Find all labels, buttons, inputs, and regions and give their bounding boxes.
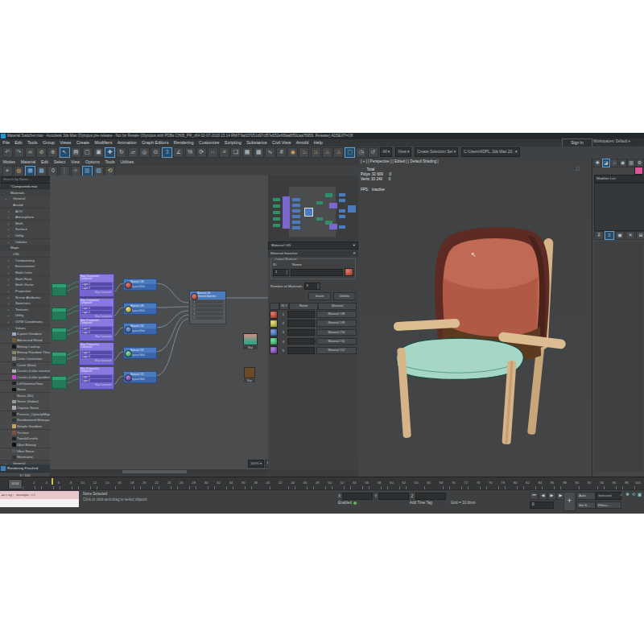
browser-tree-item[interactable]: + Projection xyxy=(0,288,50,294)
slate-toolbar-icon[interactable]: ▦ xyxy=(25,166,35,176)
browser-tree-item[interactable]: + General xyxy=(0,196,50,201)
bitmap-node[interactable] xyxy=(52,328,67,341)
menu-substance[interactable]: Substance xyxy=(244,139,270,147)
browser-tree-item[interactable]: Tri-tone xyxy=(0,430,50,436)
toolbar-icon[interactable]: ▱ xyxy=(128,147,138,158)
browser-tree-item[interactable]: + Scene Attributes xyxy=(0,295,50,300)
browser-tree-item[interactable]: - Materials xyxy=(0,190,50,196)
menu-customize[interactable]: Customize xyxy=(196,139,222,147)
viewcube[interactable]: ⌂ xyxy=(571,163,585,174)
toolbar-icon[interactable]: ▢ xyxy=(345,147,355,158)
browser-tree-item[interactable]: - OSL xyxy=(0,251,50,257)
browser-tree-item[interactable]: Process_OpacityMap xyxy=(0,411,50,417)
browser-tree-item[interactable]: Uber Noise xyxy=(0,448,50,454)
material-name-field[interactable] xyxy=(287,338,315,345)
slate-menu-material[interactable]: Material xyxy=(18,158,38,166)
stack-button[interactable]: ✕ xyxy=(625,231,635,240)
named-selection-sets-field[interactable]: Create Selection Set ▾ xyxy=(415,147,458,157)
slate-menu-select[interactable]: Select xyxy=(51,158,68,166)
menu-rendering[interactable]: Rendering xyxy=(171,139,196,147)
toolbar-icon[interactable]: ❏ xyxy=(230,147,241,158)
slate-menu-edit[interactable]: Edit xyxy=(39,158,52,166)
viewport-nav-icon[interactable]: ▣ xyxy=(637,492,642,497)
toolbar-icon[interactable]: ♨ xyxy=(333,147,344,158)
bitmap-node[interactable] xyxy=(52,308,67,320)
reference-coord-dropdown[interactable]: View ▾ xyxy=(395,147,411,157)
browser-tree-item[interactable]: + Math xyxy=(0,221,50,226)
toolbar-icon[interactable]: ◉ xyxy=(287,147,298,158)
project-path-dropdown[interactable]: C:\Users\ADPL..3ds Max 20.. ▾ xyxy=(461,147,519,157)
bitmap-node[interactable] xyxy=(52,283,67,296)
toolbar-icon[interactable]: ↷ xyxy=(14,147,24,158)
viewport-nav-icon[interactable]: ⟲ xyxy=(631,492,637,497)
node-view[interactable]: Map (Composite)Composite Layer 1 Layer 2… xyxy=(50,175,268,469)
object-color-swatch[interactable] xyxy=(634,167,643,175)
search-input[interactable]: Search by Name ... xyxy=(1,176,51,184)
material-name-field[interactable] xyxy=(287,320,315,327)
browser-tree-item[interactable]: + UVW Coordinates xyxy=(0,319,50,324)
switcher-input[interactable]: 1 xyxy=(192,300,223,303)
toolbar-icon[interactable]: ✚ xyxy=(105,147,115,158)
toolbar-icon[interactable]: ▤ xyxy=(71,147,81,158)
material-slot-button[interactable]: Material #51 xyxy=(316,338,357,345)
material-sphere-icon[interactable] xyxy=(270,311,278,319)
slate-toolbar-icon[interactable]: ▩ xyxy=(36,166,47,176)
slate-toolbar-icon[interactable]: ⊹ xyxy=(71,166,81,176)
browser-tree-item[interactable]: - Maps xyxy=(0,245,50,250)
browser-tree-item[interactable]: Lift/Gamma/Gain xyxy=(0,381,50,386)
slate-menu-options[interactable]: Options xyxy=(82,158,102,166)
name-column-header[interactable]: Name xyxy=(289,303,318,310)
browser-tree-item[interactable]: Tweak/Levels xyxy=(0,436,50,441)
toolbar-icon[interactable]: ↻ xyxy=(116,147,126,158)
material-name-field[interactable] xyxy=(287,329,315,336)
material-count-spinner[interactable]: 5 xyxy=(304,283,320,290)
toolbar-icon[interactable]: ▦ xyxy=(242,147,253,158)
material-sphere-icon[interactable] xyxy=(270,328,278,336)
bitmap-node[interactable] xyxy=(52,352,67,365)
browser-tree-item[interactable]: + Math Float xyxy=(0,276,50,282)
output-material-swatch[interactable] xyxy=(345,268,353,276)
current-frame-field[interactable]: 0 xyxy=(530,502,554,509)
toolbar-icon[interactable]: ≡ xyxy=(219,147,229,158)
floating-map-node[interactable]: Map xyxy=(244,367,255,382)
toolbar-icon[interactable]: ↖ xyxy=(60,147,70,158)
menu-scripting[interactable]: Scripting xyxy=(222,139,244,147)
stack-button[interactable]: ⊞ xyxy=(636,231,644,240)
prev-frame-button[interactable]: ◀ xyxy=(539,492,547,500)
toolbar-icon[interactable]: ♨ xyxy=(311,147,321,158)
toolbar-icon[interactable]: # xyxy=(276,147,287,158)
browser-tree-item[interactable]: + Environment xyxy=(0,263,50,269)
toolbar-icon[interactable]: ∠ xyxy=(173,147,184,158)
time-slider-handle[interactable]: 0/100 xyxy=(8,479,23,489)
maxscript-mini-listener[interactable]: Array: maxOps.cl xyxy=(0,491,79,507)
slate-menu-utilities[interactable]: Utilities xyxy=(118,158,137,166)
browser-tree-item[interactable]: - Arnold xyxy=(0,202,50,208)
physical-material-node[interactable]: Material #51 Physical Matl xyxy=(123,347,157,359)
command-panel-tab[interactable]: ⌂ xyxy=(610,159,618,167)
x-coordinate-field[interactable] xyxy=(342,493,373,500)
stack-button[interactable]: ▣ xyxy=(615,231,625,240)
menu-graph-editors[interactable]: Graph Editors xyxy=(139,139,171,147)
material-sphere-icon[interactable] xyxy=(270,337,278,345)
toolbar-icon[interactable]: ♨ xyxy=(322,147,332,158)
output-id-spinner[interactable]: 1 xyxy=(273,269,289,276)
slate-menu-modes[interactable]: Modes xyxy=(0,158,18,166)
menu-file[interactable]: File xyxy=(0,139,12,147)
key-filters-button[interactable]: Filters... xyxy=(596,502,621,510)
browser-tree-item[interactable]: + Utility xyxy=(0,312,50,318)
browser-tree-item[interactable]: Wireframe xyxy=(0,454,50,460)
bitmap-node[interactable] xyxy=(52,376,67,389)
slate-toolbar-icon[interactable]: ◍ xyxy=(14,166,24,176)
toolbar-icon[interactable]: ▣ xyxy=(93,147,104,158)
browser-tree-item[interactable]: Curve (float) xyxy=(0,362,50,368)
browser-tree-item[interactable]: Curves (color gradient) xyxy=(0,374,50,380)
browser-tree-item[interactable]: Bitmap Lookup xyxy=(0,344,50,349)
toolbar-icon[interactable]: ◷ xyxy=(356,147,366,158)
browser-tree-item[interactable]: + Compositing xyxy=(0,258,50,263)
params-header-dropdown[interactable]: Material #45 ▾ xyxy=(268,242,358,250)
menu-edit[interactable]: Edit xyxy=(12,139,25,147)
play-button[interactable]: ▶ xyxy=(547,492,556,500)
toolbar-icon[interactable]: % xyxy=(185,147,196,158)
browser-tree-item[interactable]: + Math Color xyxy=(0,270,50,275)
slate-menu-view[interactable]: View xyxy=(68,158,83,166)
